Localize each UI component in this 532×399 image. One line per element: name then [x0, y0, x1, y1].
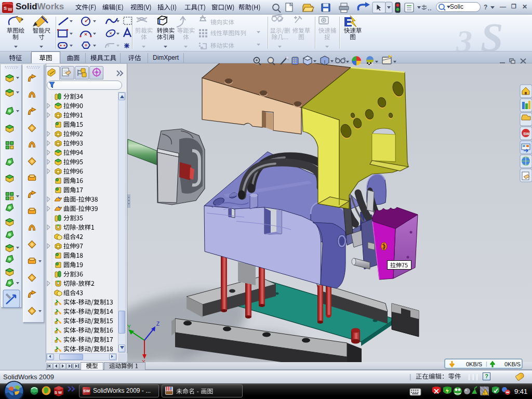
svg-text:Z: Z [156, 321, 159, 327]
svg-text:Y: Y [127, 324, 131, 330]
